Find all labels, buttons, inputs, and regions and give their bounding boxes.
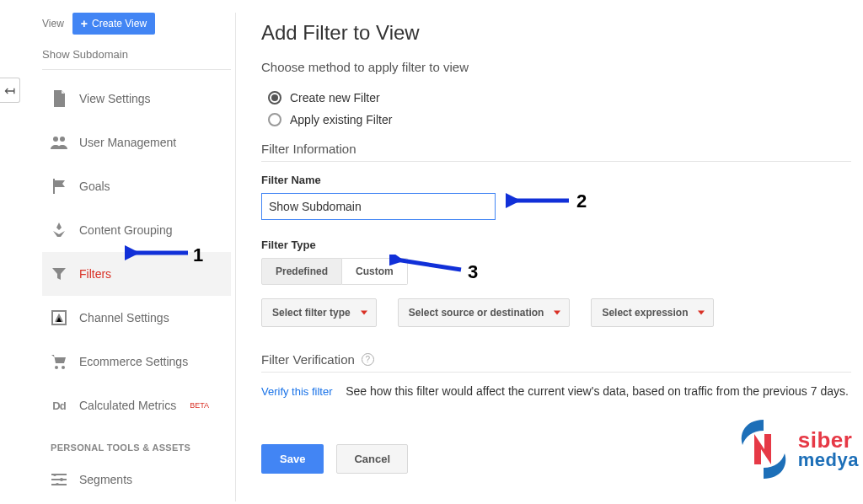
filter-name-label: Filter Name bbox=[261, 174, 851, 186]
page-title: Add Filter to View bbox=[261, 21, 851, 45]
plus-icon: + bbox=[81, 17, 88, 30]
document-icon bbox=[51, 90, 67, 107]
siber-medya-logo: siber medya bbox=[734, 416, 859, 483]
filter-information-heading: Filter Information bbox=[261, 142, 851, 162]
svg-point-8 bbox=[53, 474, 56, 476]
sidebar-item-channel-settings[interactable]: Channel Settings bbox=[42, 296, 231, 340]
flag-icon bbox=[51, 178, 67, 195]
logo-text-line2: medya bbox=[798, 451, 859, 469]
filter-verification-heading: Filter Verification ? bbox=[261, 352, 851, 373]
logo-mark-icon bbox=[734, 416, 793, 483]
sidebar-item-label: Channel Settings bbox=[79, 311, 169, 324]
sidebar-item-label: View Settings bbox=[79, 92, 151, 105]
tab-predefined[interactable]: Predefined bbox=[261, 258, 342, 285]
svg-point-4 bbox=[62, 366, 65, 369]
svg-point-9 bbox=[60, 478, 63, 481]
sidebar-item-label: Calculated Metrics bbox=[79, 399, 176, 412]
filter-type-label: Filter Type bbox=[261, 239, 851, 251]
annotation-label-2: 2 bbox=[576, 190, 587, 212]
svg-point-3 bbox=[55, 366, 58, 369]
sidebar-item-view-settings[interactable]: View Settings bbox=[42, 77, 231, 121]
help-icon[interactable]: ? bbox=[362, 353, 374, 366]
radio-label: Create new Filter bbox=[290, 91, 380, 105]
verify-filter-link[interactable]: Verify this filter bbox=[261, 385, 333, 398]
verify-row: Verify this filter See how this filter w… bbox=[261, 384, 851, 398]
sidebar-item-label: User Management bbox=[79, 136, 176, 149]
radio-label: Apply existing Filter bbox=[290, 113, 392, 126]
personal-tools-heading: PERSONAL TOOLS & ASSETS bbox=[42, 427, 231, 458]
calculated-icon: Dd bbox=[51, 397, 67, 414]
channel-icon bbox=[51, 309, 67, 326]
select-filter-type[interactable]: Select filter type bbox=[261, 298, 377, 327]
sidebar: View + Create View Show Subdomain View S… bbox=[42, 13, 236, 501]
sidebar-item-label: Filters bbox=[79, 267, 111, 281]
svg-point-10 bbox=[56, 483, 59, 485]
segments-icon bbox=[51, 471, 67, 488]
filter-selects-row: Select filter type Select source or dest… bbox=[261, 298, 851, 327]
svg-rect-6 bbox=[51, 479, 67, 480]
funnel-icon bbox=[51, 265, 67, 282]
sidebar-item-user-management[interactable]: User Management bbox=[42, 121, 231, 164]
main-content: Add Filter to View Choose method to appl… bbox=[261, 21, 851, 474]
annotation-label-1: 1 bbox=[193, 244, 203, 266]
svg-point-1 bbox=[60, 137, 65, 142]
choose-method-label: Choose method to apply filter to view bbox=[261, 60, 851, 79]
tab-custom[interactable]: Custom bbox=[342, 258, 408, 285]
view-label: View bbox=[42, 18, 64, 29]
filter-name-input[interactable] bbox=[261, 193, 496, 220]
sidebar-item-label: Segments bbox=[79, 473, 132, 486]
radio-icon bbox=[268, 113, 281, 126]
select-expression[interactable]: Select expression bbox=[591, 298, 714, 327]
sidebar-item-calculated-metrics[interactable]: Dd Calculated Metrics BETA bbox=[42, 383, 231, 427]
show-subdomain-link[interactable]: Show Subdomain bbox=[42, 45, 231, 70]
sidebar-item-segments[interactable]: Segments bbox=[42, 458, 231, 501]
sidebar-item-label: Goals bbox=[79, 180, 110, 193]
verify-description: See how this filter would affect the cur… bbox=[346, 384, 849, 398]
view-row: View + Create View bbox=[42, 13, 231, 35]
radio-create-new[interactable]: Create new Filter bbox=[268, 91, 851, 105]
content-grouping-icon bbox=[51, 222, 67, 239]
sidebar-item-label: Content Grouping bbox=[79, 223, 173, 237]
sidebar-item-goals[interactable]: Goals bbox=[42, 164, 231, 208]
beta-tag: BETA bbox=[190, 401, 209, 410]
select-source-destination[interactable]: Select source or destination bbox=[398, 298, 571, 327]
create-view-button[interactable]: + Create View bbox=[72, 13, 155, 35]
filter-type-tabs: Predefined Custom bbox=[261, 258, 851, 285]
logo-text-line1: siber bbox=[798, 429, 859, 451]
collapse-sidebar-button[interactable]: ↤ bbox=[0, 78, 20, 103]
svg-point-0 bbox=[53, 137, 58, 142]
radio-icon bbox=[268, 91, 281, 105]
sidebar-item-ecommerce[interactable]: Ecommerce Settings bbox=[42, 340, 231, 383]
annotation-label-3: 3 bbox=[468, 261, 478, 283]
save-button[interactable]: Save bbox=[261, 444, 324, 474]
filter-verification-text: Filter Verification bbox=[261, 352, 355, 367]
users-icon bbox=[51, 134, 67, 151]
sidebar-item-label: Ecommerce Settings bbox=[79, 355, 188, 368]
radio-apply-existing[interactable]: Apply existing Filter bbox=[268, 113, 851, 126]
create-view-label: Create View bbox=[92, 18, 147, 29]
arrow-left-icon: ↤ bbox=[4, 83, 15, 99]
cart-icon bbox=[51, 353, 67, 370]
cancel-button[interactable]: Cancel bbox=[336, 444, 408, 474]
